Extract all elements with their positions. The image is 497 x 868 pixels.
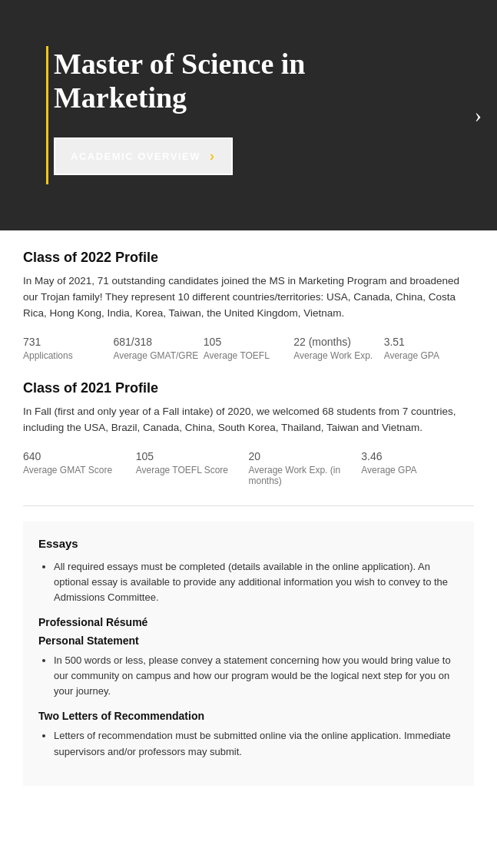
essays-section: Essays All required essays must be compl… bbox=[23, 522, 474, 786]
essays-list: All required essays must be completed (d… bbox=[54, 559, 459, 605]
personal-statement-list: In 500 words or less, please convey a st… bbox=[54, 653, 459, 699]
recommendation-item: Letters of recommendation must be submit… bbox=[54, 728, 459, 759]
stat-gpa-2021: 3.46 Average GPA bbox=[361, 450, 474, 486]
stat-applications-value: 731 bbox=[23, 336, 113, 348]
stat-gpa-2021-value: 3.46 bbox=[361, 450, 474, 462]
hero-accent-line bbox=[46, 46, 48, 184]
stat-work-exp-2021-label: Average Work Exp. (in months) bbox=[249, 465, 362, 486]
hero-next-arrow[interactable]: › bbox=[475, 103, 482, 128]
stat-work-exp-2021: 20 Average Work Exp. (in months) bbox=[249, 450, 362, 486]
stat-gmat-score: 640 Average GMAT Score bbox=[23, 450, 136, 486]
stat-work-exp-label: Average Work Exp. bbox=[293, 350, 383, 361]
essays-title: Essays bbox=[38, 537, 459, 550]
personal-statement-item: In 500 words or less, please convey a st… bbox=[54, 653, 459, 699]
class-2022-stats: 731 Applications 681/318 Average GMAT/GR… bbox=[23, 336, 474, 361]
hero-title: Master of Science in Marketing bbox=[54, 48, 361, 114]
cta-arrow-icon: › bbox=[210, 148, 216, 164]
stat-applications: 731 Applications bbox=[23, 336, 113, 361]
hero-content: Master of Science in Marketing ACADEMIC … bbox=[54, 48, 361, 175]
hero-section: Master of Science in Marketing ACADEMIC … bbox=[0, 0, 497, 230]
class-2022-title: Class of 2022 Profile bbox=[23, 250, 474, 266]
stat-applications-label: Applications bbox=[23, 350, 113, 361]
professional-resume-title: Professional Résumé bbox=[38, 616, 459, 628]
stat-work-exp: 22 (months) Average Work Exp. bbox=[293, 336, 383, 361]
academic-overview-button[interactable]: ACADEMIC OVERVIEW › bbox=[54, 137, 233, 175]
stat-toefl-value: 105 bbox=[204, 336, 293, 348]
class-2021-title: Class of 2021 Profile bbox=[23, 380, 474, 396]
section-divider bbox=[23, 505, 474, 506]
recommendation-title: Two Letters of Recommendation bbox=[38, 710, 459, 722]
personal-statement-title: Personal Statement bbox=[38, 634, 459, 647]
class-2021-section: Class of 2021 Profile In Fall (first and… bbox=[23, 380, 474, 486]
stat-gmat-gre-value: 681/318 bbox=[113, 336, 203, 348]
stat-gpa-2022-label: Average GPA bbox=[384, 350, 474, 361]
stat-gpa-2022-value: 3.51 bbox=[384, 336, 474, 348]
recommendation-list: Letters of recommendation must be submit… bbox=[54, 728, 459, 759]
class-2021-description: In Fall (first and only year of a Fall i… bbox=[23, 404, 474, 436]
class-2022-section: Class of 2022 Profile In May of 2021, 71… bbox=[23, 250, 474, 361]
stat-work-exp-value: 22 (months) bbox=[293, 336, 383, 348]
stat-gmat-gre-label: Average GMAT/GRE bbox=[113, 350, 203, 361]
stat-gpa-2021-label: Average GPA bbox=[361, 465, 474, 475]
main-content: Class of 2022 Profile In May of 2021, 71… bbox=[0, 230, 497, 805]
stat-gmat-gre: 681/318 Average GMAT/GRE bbox=[113, 336, 203, 361]
stat-toefl-label: Average TOEFL bbox=[204, 350, 293, 361]
stat-work-exp-2021-value: 20 bbox=[249, 450, 362, 462]
stat-gpa-2022: 3.51 Average GPA bbox=[384, 336, 474, 361]
stat-toefl-score-value: 105 bbox=[136, 450, 249, 462]
class-2021-stats: 640 Average GMAT Score 105 Average TOEFL… bbox=[23, 450, 474, 486]
stat-gmat-score-label: Average GMAT Score bbox=[23, 465, 136, 475]
stat-toefl-score-label: Average TOEFL Score bbox=[136, 465, 249, 475]
cta-label: ACADEMIC OVERVIEW bbox=[71, 151, 200, 162]
essays-list-item: All required essays must be completed (d… bbox=[54, 559, 459, 605]
stat-toefl-score: 105 Average TOEFL Score bbox=[136, 450, 249, 486]
stat-gmat-score-value: 640 bbox=[23, 450, 136, 462]
stat-toefl: 105 Average TOEFL bbox=[204, 336, 293, 361]
class-2022-description: In May of 2021, 71 outstanding candidate… bbox=[23, 273, 474, 322]
